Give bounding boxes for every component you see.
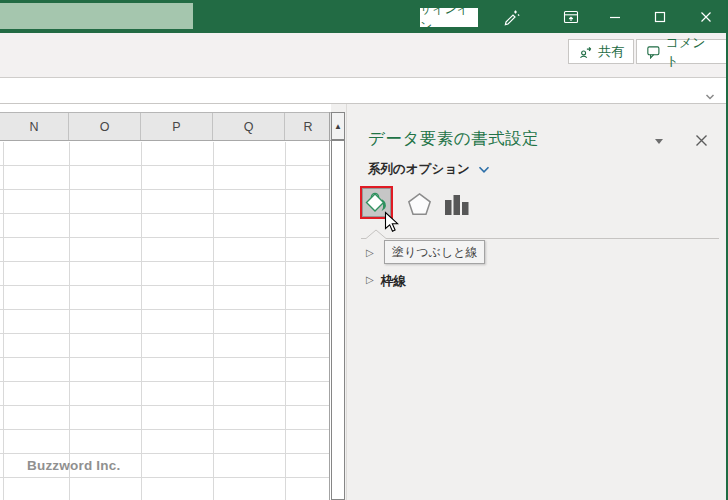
comment-button[interactable]: コメント — [636, 39, 728, 64]
column-header-r[interactable]: R — [285, 113, 331, 140]
comment-label: コメント — [666, 34, 718, 70]
scrollbar-thumb[interactable] — [331, 140, 345, 500]
minimize-icon[interactable] — [606, 8, 624, 26]
format-data-point-pane: データ要素の書式設定 系列のオプション — [346, 104, 726, 500]
column-headers: N O P Q R — [0, 112, 331, 141]
watermark-text: Buzzword Inc. — [27, 458, 120, 473]
draw-pen-icon[interactable] — [502, 8, 520, 26]
grid-right-edge — [329, 112, 330, 500]
vertical-scrollbar[interactable]: ▲ — [331, 112, 345, 500]
grid-column-line — [3, 142, 4, 500]
pane-close-icon[interactable] — [693, 132, 709, 148]
bar-chart-icon — [444, 191, 471, 217]
sign-in-button[interactable]: サインイン — [420, 8, 478, 27]
tooltip: 塗りつぶしと線 — [384, 240, 485, 264]
series-options-tab[interactable] — [443, 190, 471, 217]
grid-column-line — [213, 142, 214, 500]
close-icon[interactable] — [697, 8, 715, 26]
pane-tab-row — [360, 186, 471, 220]
column-header-n[interactable]: N — [0, 113, 69, 140]
mouse-cursor — [384, 211, 400, 234]
formula-bar-expand-icon[interactable] — [704, 87, 716, 105]
ribbon-strip: 共有 コメント — [0, 33, 728, 77]
tab-divider — [361, 228, 721, 240]
share-button[interactable]: 共有 — [568, 39, 634, 64]
title-bar: サインイン — [0, 0, 728, 33]
fill-section-expander-icon[interactable]: ▷ — [366, 247, 374, 258]
grid-column-line — [69, 142, 70, 500]
spreadsheet-grid[interactable]: N O P Q R Buzzword Inc. — [0, 104, 331, 500]
ribbon-display-options-icon[interactable] — [562, 8, 580, 26]
border-section-expander-icon[interactable]: ▷ — [366, 274, 374, 285]
column-header-p[interactable]: P — [141, 113, 213, 140]
chevron-down-icon — [478, 166, 490, 174]
pane-options-dropdown-icon[interactable] — [655, 139, 663, 144]
column-header-q[interactable]: Q — [213, 113, 285, 140]
share-label: 共有 — [598, 43, 624, 61]
pentagon-icon — [405, 190, 434, 218]
maximize-icon[interactable] — [651, 8, 669, 26]
excel-window: サインイン — [0, 0, 728, 500]
document-title-redacted — [0, 3, 193, 29]
pane-title: データ要素の書式設定 — [368, 128, 539, 150]
effects-tab[interactable] — [404, 189, 434, 218]
formula-bar[interactable] — [0, 77, 726, 104]
scroll-up-button[interactable]: ▲ — [331, 112, 345, 140]
grid-column-line — [141, 142, 142, 500]
grid-column-line — [285, 142, 286, 500]
share-icon — [578, 44, 593, 59]
border-section-label[interactable]: 枠線 — [381, 273, 406, 290]
column-header-o[interactable]: O — [69, 113, 141, 140]
comment-icon — [646, 44, 661, 59]
grid-row-lines — [0, 142, 329, 500]
series-options-label[interactable]: 系列のオプション — [368, 161, 490, 178]
